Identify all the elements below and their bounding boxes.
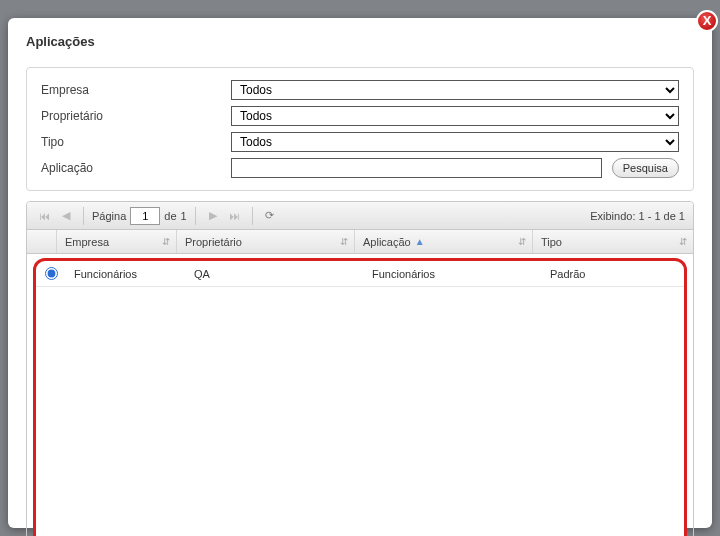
results-grid: ⏮ ◀ Página de 1 ▶ ⏭ ⟳ Exibindo: 1 - 1 de… [26, 201, 694, 536]
proprietario-label: Proprietário [41, 109, 231, 123]
row-tipo: Padrão [542, 268, 684, 280]
search-button[interactable]: Pesquisa [612, 158, 679, 178]
proprietario-select[interactable]: Todos [231, 106, 679, 126]
aplicacao-input[interactable] [231, 158, 602, 178]
prev-page-icon[interactable]: ◀ [57, 207, 75, 225]
page-label: Página [92, 210, 126, 222]
toolbar-separator [195, 207, 196, 225]
row-proprietario: QA [186, 268, 364, 280]
empresa-select[interactable]: Todos [231, 80, 679, 100]
of-label: de [164, 210, 176, 222]
toolbar-separator [83, 207, 84, 225]
row-select-cell[interactable] [36, 267, 66, 280]
sort-icon: ⇵ [518, 236, 526, 247]
aplicacao-label: Aplicação [41, 161, 231, 175]
close-icon[interactable]: X [696, 10, 718, 32]
last-page-icon[interactable]: ⏭ [226, 207, 244, 225]
grid-headers: Empresa ⇵ Proprietário ⇵ Aplicação ▲ ⇵ T… [27, 230, 693, 254]
sort-icon: ⇵ [162, 236, 170, 247]
row-radio[interactable] [45, 267, 58, 280]
tipo-label: Tipo [41, 135, 231, 149]
applications-dialog: Aplicações Empresa Todos Proprietário To… [8, 18, 712, 528]
search-form: Empresa Todos Proprietário Todos Tipo To… [26, 67, 694, 191]
col-header-tipo[interactable]: Tipo ⇵ [533, 230, 693, 253]
grid-status: Exibindo: 1 - 1 de 1 [590, 210, 685, 222]
col-header-proprietario[interactable]: Proprietário ⇵ [177, 230, 355, 253]
sort-icon: ⇵ [679, 236, 687, 247]
toolbar-separator [252, 207, 253, 225]
page-total: 1 [181, 210, 187, 222]
sort-asc-icon: ▲ [415, 236, 425, 247]
grid-body: Funcionários QA Funcionários Padrão [36, 261, 684, 536]
grid-body-highlight: Funcionários QA Funcionários Padrão [33, 258, 687, 536]
tipo-select[interactable]: Todos [231, 132, 679, 152]
dialog-title: Aplicações [26, 34, 694, 49]
row-aplicacao: Funcionários [364, 268, 542, 280]
sort-icon: ⇵ [340, 236, 348, 247]
col-header-aplicacao[interactable]: Aplicação ▲ ⇵ [355, 230, 533, 253]
grid-toolbar: ⏮ ◀ Página de 1 ▶ ⏭ ⟳ Exibindo: 1 - 1 de… [27, 202, 693, 230]
col-header-select [27, 230, 57, 253]
empresa-label: Empresa [41, 83, 231, 97]
first-page-icon[interactable]: ⏮ [35, 207, 53, 225]
col-header-empresa[interactable]: Empresa ⇵ [57, 230, 177, 253]
page-input[interactable] [130, 207, 160, 225]
row-empresa: Funcionários [66, 268, 186, 280]
next-page-icon[interactable]: ▶ [204, 207, 222, 225]
table-row[interactable]: Funcionários QA Funcionários Padrão [36, 261, 684, 287]
refresh-icon[interactable]: ⟳ [261, 207, 279, 225]
